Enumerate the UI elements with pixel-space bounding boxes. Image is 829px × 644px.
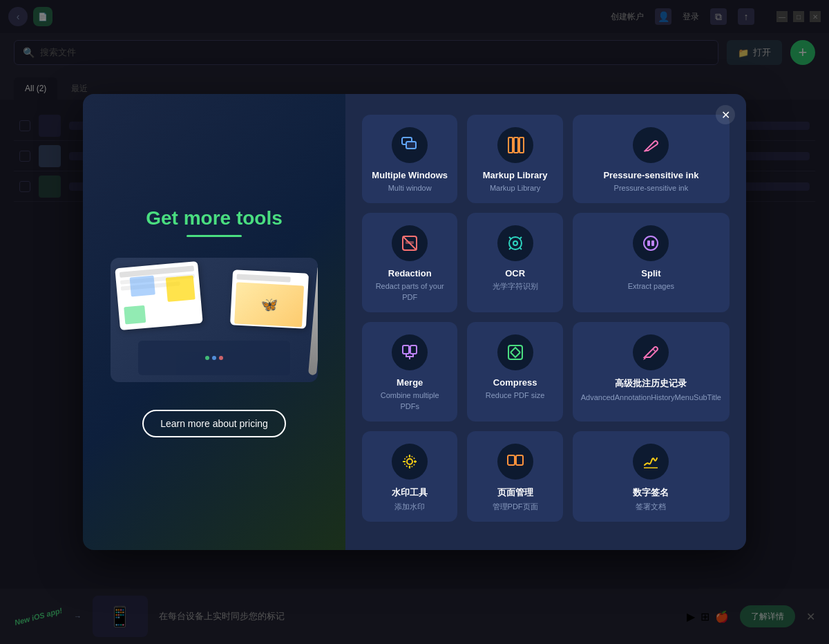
feature-card-multiple-windows[interactable]: Multiple Windows Multi window: [362, 115, 457, 203]
pressure-ink-icon: [633, 127, 669, 163]
feature-name-pressure-ink: Pressure-sensitive ink: [603, 170, 698, 180]
modal-title-accent: tools: [236, 207, 283, 229]
svg-rect-29: [516, 455, 523, 465]
svg-point-9: [513, 241, 517, 245]
feature-card-split[interactable]: Split Extract pages: [573, 213, 730, 312]
feature-name-watermark: 水印工具: [392, 486, 428, 499]
preview-illustration: 🦋: [111, 258, 318, 382]
feature-card-annotation-history[interactable]: 高级批注历史记录 AdvancedAnnotationHistoryMenuSu…: [573, 322, 730, 422]
feature-card-digital-signature[interactable]: 数字签名 签署文档: [573, 431, 730, 522]
svg-rect-15: [647, 240, 650, 246]
feature-name-compress: Compress: [493, 377, 537, 388]
feature-card-markup-library[interactable]: Markup Library Markup Library: [467, 115, 562, 203]
learn-more-pricing-button[interactable]: Learn more about pricing: [142, 410, 286, 437]
svg-rect-16: [651, 240, 654, 246]
feature-name-redaction: Redaction: [388, 268, 432, 278]
multiple-windows-icon: [392, 127, 428, 163]
svg-rect-3: [514, 138, 518, 153]
title-underline: [187, 235, 242, 237]
feature-card-page-management[interactable]: 页面管理 管理PDF页面: [467, 431, 562, 522]
modal-overlay: Get more tools 🦋: [0, 0, 829, 644]
feature-desc-redaction: Redact parts of your PDF: [370, 281, 449, 303]
feature-card-watermark[interactable]: 水印工具 添加水印: [362, 431, 457, 522]
feature-desc-markup-library: Markup Library: [490, 183, 540, 193]
feature-card-redaction[interactable]: Redaction Redact parts of your PDF: [362, 213, 457, 312]
redaction-icon: [392, 225, 428, 261]
feature-name-split: Split: [641, 268, 660, 278]
svg-rect-28: [508, 455, 515, 465]
feature-desc-merge: Combine multiple PDFs: [370, 390, 449, 412]
svg-line-21: [653, 349, 656, 352]
annotation-history-icon: [633, 334, 669, 370]
modal-left-panel: Get more tools 🦋: [83, 94, 345, 550]
upgrade-modal: Get more tools 🦋: [83, 94, 746, 550]
feature-name-merge: Merge: [397, 377, 423, 388]
svg-point-23: [404, 456, 415, 467]
features-grid: Multiple Windows Multi window Markup Lib…: [362, 115, 730, 522]
ocr-icon: [497, 225, 533, 261]
modal-close-button[interactable]: ✕: [716, 105, 735, 124]
split-icon: [633, 225, 669, 261]
feature-card-compress[interactable]: Compress Reduce PDF size: [467, 322, 562, 422]
feature-name-markup-library: Markup Library: [483, 170, 548, 180]
feature-card-merge[interactable]: Merge Combine multiple PDFs: [362, 322, 457, 422]
svg-rect-1: [406, 142, 416, 149]
svg-line-12: [509, 247, 511, 249]
watermark-icon: [392, 444, 428, 480]
svg-rect-2: [508, 138, 513, 153]
page-management-icon: [497, 444, 533, 480]
feature-name-annotation-history: 高级批注历史记录: [615, 377, 687, 390]
svg-line-10: [509, 237, 511, 239]
svg-rect-17: [403, 345, 409, 354]
modal-right-panel: ✕ Multiple Windows Multi window: [345, 94, 746, 550]
feature-name-page-management: 页面管理: [497, 486, 533, 499]
feature-desc-pressure-ink: Pressure-sensitive ink: [614, 183, 689, 193]
feature-desc-annotation-history: AdvancedAnnotationHistoryMenuSubTitle: [581, 392, 721, 403]
svg-point-14: [644, 236, 658, 250]
markup-library-icon: [497, 127, 533, 163]
svg-line-11: [520, 237, 522, 239]
digital-signature-icon: [633, 444, 669, 480]
svg-rect-4: [520, 138, 524, 153]
feature-desc-watermark: 添加水印: [394, 502, 425, 512]
feature-desc-multiple-windows: Multi window: [388, 183, 432, 193]
svg-line-13: [520, 247, 522, 249]
merge-icon: [392, 334, 428, 370]
feature-card-ocr[interactable]: OCR 光学字符识别: [467, 213, 562, 312]
compress-icon: [497, 334, 533, 370]
feature-name-multiple-windows: Multiple Windows: [372, 170, 448, 180]
feature-desc-page-management: 管理PDF页面: [493, 502, 538, 512]
svg-rect-7: [406, 241, 414, 244]
feature-desc-digital-signature: 签署文档: [636, 502, 666, 512]
svg-point-22: [407, 459, 412, 464]
feature-desc-split: Extract pages: [628, 281, 674, 292]
feature-desc-compress: Reduce PDF size: [486, 390, 545, 401]
svg-rect-18: [410, 345, 417, 354]
feature-name-digital-signature: 数字签名: [633, 486, 669, 499]
feature-desc-ocr: 光学字符识别: [493, 281, 538, 292]
modal-title: Get more tools: [146, 207, 283, 229]
feature-card-pressure-ink[interactable]: Pressure-sensitive ink Pressure-sensitiv…: [573, 115, 730, 203]
feature-name-ocr: OCR: [505, 268, 525, 278]
